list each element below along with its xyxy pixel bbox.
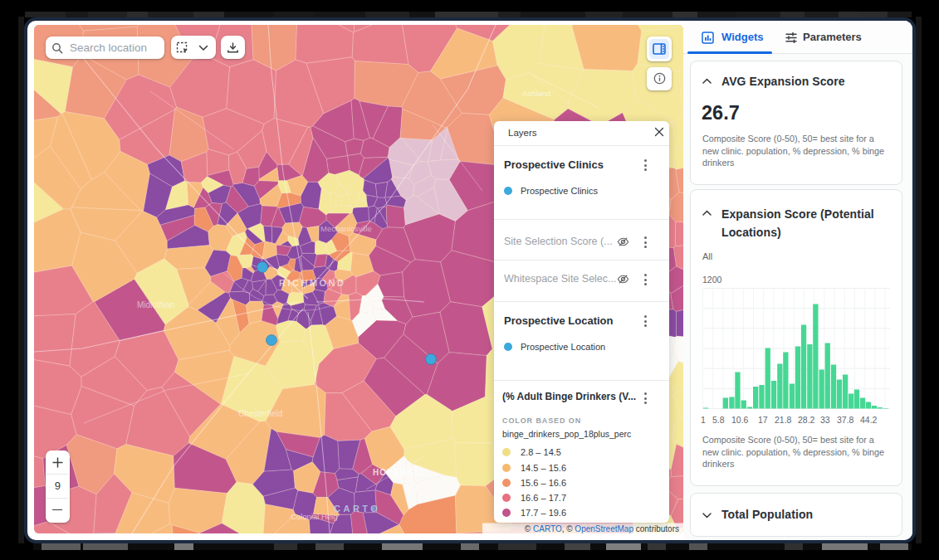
svg-text:© CARTO, © OpenStreetMap contr: © CARTO, © OpenStreetMap contributors (525, 524, 679, 533)
svg-text:Colonial Heig: Colonial Heig (291, 512, 338, 521)
svg-text:RICHMOND: RICHMOND (279, 278, 346, 288)
svg-text:Mechanicsville: Mechanicsville (320, 224, 372, 233)
svg-text:HOPEWELL: HOPEWELL (373, 468, 427, 477)
svg-text:Midlothian: Midlothian (137, 300, 175, 309)
svg-text:Ashland: Ashland (522, 89, 550, 98)
svg-text:Chesterfield: Chesterfield (238, 409, 282, 418)
